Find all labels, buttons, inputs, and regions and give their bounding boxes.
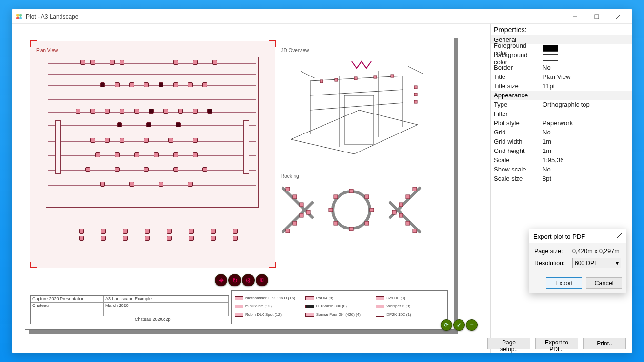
svg-point-0 xyxy=(16,14,19,17)
svg-rect-40 xyxy=(406,221,410,225)
page-size-label: Page size: xyxy=(534,248,568,255)
export-cancel-button[interactable]: Cancel xyxy=(586,277,622,289)
title-block[interactable]: Capture 2020 Presentation A3 Landscape E… xyxy=(30,295,229,324)
settings-tool-icon[interactable]: ⚙ xyxy=(242,274,255,286)
properties-header: Properties: xyxy=(491,24,632,35)
prop-scale[interactable]: Scale1:95,36 xyxy=(491,155,632,165)
svg-rect-49 xyxy=(334,195,338,199)
svg-line-15 xyxy=(310,103,403,110)
fit-icon[interactable]: ⤢ xyxy=(453,319,465,331)
svg-rect-36 xyxy=(406,195,410,199)
tb-project: Capture 2020 Presentation xyxy=(31,296,104,302)
prop-grid-width[interactable]: Grid width1m xyxy=(491,137,632,146)
prop-grid-height[interactable]: Grid height1m xyxy=(491,146,632,155)
rotate-tool-icon[interactable]: ↻ xyxy=(228,274,241,286)
tb-filename: Chateau 2020.c2p xyxy=(133,316,229,323)
svg-point-2 xyxy=(16,17,19,19)
legend-item: 329 HF (3) xyxy=(376,294,444,302)
svg-rect-33 xyxy=(293,221,297,225)
export-confirm-button[interactable]: Export xyxy=(546,277,582,289)
prop-scale-size[interactable]: Scale size8pt xyxy=(491,174,632,183)
svg-rect-32 xyxy=(286,229,290,233)
svg-rect-45 xyxy=(365,221,369,225)
prop-plot-style[interactable]: Plot stylePaperwork xyxy=(491,118,632,128)
svg-rect-30 xyxy=(300,203,303,207)
tb-venue: Chateau xyxy=(31,303,104,309)
close-button[interactable] xyxy=(607,10,629,23)
properties-panel: Properties: General Foreground color Bac… xyxy=(490,24,632,353)
svg-rect-47 xyxy=(334,221,338,225)
page-setup-button[interactable]: Page setup.. xyxy=(487,338,530,349)
view-toolbar: ✥ ↻ ⚙ ⧉ xyxy=(215,274,268,286)
legend-item: Par 64 (8) xyxy=(305,294,374,302)
svg-rect-24 xyxy=(414,86,417,89)
canvas-nav-buttons: ⟳ ⤢ ≡ xyxy=(441,319,485,348)
svg-line-14 xyxy=(310,90,403,95)
legend-item: LEDWash 300 (8) xyxy=(305,302,374,310)
app-icon xyxy=(15,13,23,20)
export-pdf-button[interactable]: Export to PDF.. xyxy=(535,338,578,349)
overview-3d-drawing[interactable] xyxy=(281,52,437,164)
prop-background-color[interactable]: Background color xyxy=(491,54,632,63)
legend-item: DP2K-15C (1) xyxy=(376,310,444,319)
svg-point-27 xyxy=(333,191,370,229)
snapshot-tool-icon[interactable]: ⧉ xyxy=(256,274,268,286)
svg-rect-19 xyxy=(320,80,323,83)
svg-line-18 xyxy=(408,66,423,74)
page-size-value: 0,420m x 0,297m xyxy=(572,248,620,255)
fixture-legend[interactable]: Niethammer HPZ 115 D (16) Par 64 (8) 329… xyxy=(231,290,448,324)
legend-item: Robin DLX Spot (12) xyxy=(235,310,303,319)
svg-rect-34 xyxy=(300,213,303,217)
svg-rect-23 xyxy=(391,75,394,77)
tb-date: March 2020 xyxy=(104,303,133,309)
plan-view-drawing[interactable] xyxy=(46,57,259,208)
tb-sheet: A3 Landscape Example xyxy=(104,296,229,302)
rock-rig-drawing[interactable] xyxy=(278,178,424,242)
plot-canvas-area: Plan View 3D Overview Rock rig xyxy=(12,24,490,353)
svg-line-17 xyxy=(301,71,315,78)
foreground-swatch[interactable] xyxy=(543,45,558,52)
svg-rect-25 xyxy=(414,93,417,96)
legend-item: Niethammer HPZ 115 D (16) xyxy=(235,294,303,302)
svg-rect-31 xyxy=(306,210,310,214)
prop-show-scale[interactable]: Show scaleNo xyxy=(491,165,632,174)
background-swatch[interactable] xyxy=(543,54,558,61)
svg-rect-35 xyxy=(413,187,417,191)
legend-item: Whisper B (3) xyxy=(376,302,444,310)
svg-rect-43 xyxy=(365,195,369,199)
prop-section-appearance[interactable]: Appearance xyxy=(491,91,632,100)
svg-rect-29 xyxy=(293,195,297,199)
resolution-label: Resolution: xyxy=(534,260,568,267)
svg-marker-8 xyxy=(291,110,418,154)
svg-rect-22 xyxy=(374,76,377,78)
svg-rect-28 xyxy=(286,187,290,191)
plan-view-title: Plan View xyxy=(36,48,58,53)
prop-title[interactable]: TitlePlan View xyxy=(491,72,632,81)
svg-rect-42 xyxy=(349,189,353,193)
prop-grid[interactable]: GridNo xyxy=(491,128,632,137)
prop-type[interactable]: TypeOrthographic top xyxy=(491,100,632,109)
plot-window: Plot - A3 Landscape xyxy=(12,9,632,353)
prop-filter[interactable]: Filter xyxy=(491,109,632,118)
window-title: Plot - A3 Landscape xyxy=(26,13,564,20)
prop-border[interactable]: BorderNo xyxy=(491,63,632,72)
svg-rect-20 xyxy=(335,78,338,81)
paper-sheet[interactable]: Plan View 3D Overview Rock rig xyxy=(25,34,454,330)
move-tool-icon[interactable]: ✥ xyxy=(215,274,227,286)
svg-rect-38 xyxy=(392,210,396,214)
maximize-button[interactable] xyxy=(586,10,607,23)
minimize-button[interactable] xyxy=(564,10,586,23)
export-dialog-title: Export plot to PDF xyxy=(533,233,616,240)
svg-rect-26 xyxy=(414,100,417,103)
dialog-close-icon[interactable] xyxy=(616,233,622,240)
svg-point-3 xyxy=(19,17,22,19)
bottom-action-bar: Page setup.. Export to PDF.. Print.. xyxy=(491,333,632,353)
chevron-down-icon: ▾ xyxy=(616,260,619,267)
resolution-select[interactable]: 600 DPI ▾ xyxy=(572,258,621,268)
refresh-icon[interactable]: ⟳ xyxy=(441,319,452,331)
export-pdf-dialog: Export plot to PDF Page size: 0,420m x 0… xyxy=(529,229,626,293)
print-button[interactable]: Print.. xyxy=(583,338,626,349)
menu-icon[interactable]: ≡ xyxy=(466,319,478,331)
svg-rect-37 xyxy=(399,203,403,207)
prop-title-size[interactable]: Title size11pt xyxy=(491,81,632,91)
